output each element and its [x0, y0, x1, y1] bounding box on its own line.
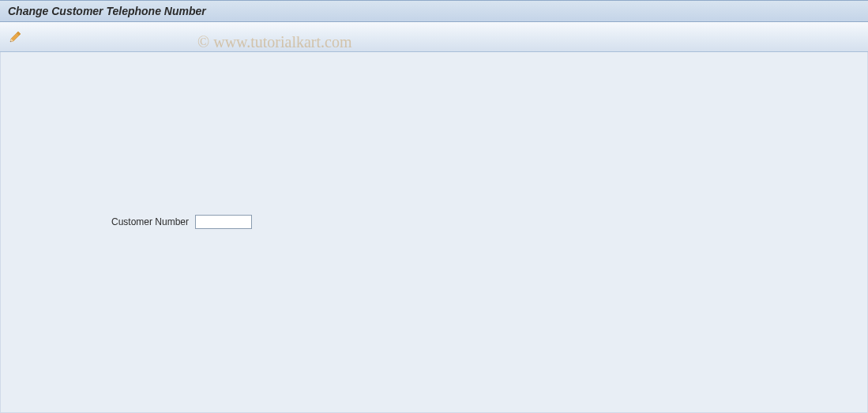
edit-button[interactable]: [6, 28, 25, 47]
page-title: Change Customer Telephone Number: [8, 5, 206, 17]
customer-number-input[interactable]: [195, 215, 252, 229]
pencil-icon: [9, 31, 22, 43]
customer-number-label: Customer Number: [111, 216, 189, 227]
toolbar: [0, 22, 868, 52]
main-content-area: Customer Number: [0, 52, 868, 413]
customer-number-row: Customer Number: [111, 215, 252, 229]
title-bar: Change Customer Telephone Number: [0, 0, 868, 22]
